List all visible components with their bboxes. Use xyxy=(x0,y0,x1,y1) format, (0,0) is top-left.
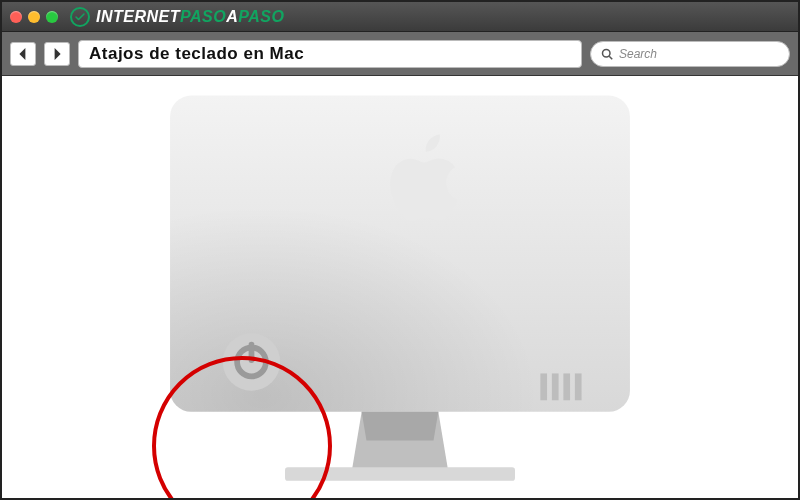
address-bar[interactable]: Atajos de teclado en Mac xyxy=(78,40,582,68)
minimize-icon[interactable] xyxy=(28,11,40,23)
stand-neck-shadow xyxy=(362,412,439,441)
window-titlebar: INTERNETPASOAPASO xyxy=(2,2,798,32)
power-button-icon xyxy=(223,333,280,390)
search-placeholder: Search xyxy=(619,47,657,61)
brand-part1: INTERNET xyxy=(96,8,180,25)
chevron-right-icon xyxy=(51,48,63,60)
brand-part2: PASO xyxy=(180,8,226,25)
search-input[interactable]: Search xyxy=(590,41,790,67)
site-logo: INTERNETPASOAPASO xyxy=(70,7,284,27)
back-button[interactable] xyxy=(10,42,36,66)
brand-part4: PASO xyxy=(238,8,284,25)
brand-text: INTERNETPASOAPASO xyxy=(96,8,284,26)
close-icon[interactable] xyxy=(10,11,22,23)
brand-part3: A xyxy=(226,8,238,25)
chevron-left-icon xyxy=(17,48,29,60)
svg-line-1 xyxy=(609,56,612,59)
imac-rear-illustration xyxy=(150,86,650,498)
svg-point-0 xyxy=(603,49,611,57)
logo-mark-icon xyxy=(70,7,90,27)
search-icon xyxy=(601,48,613,60)
stand-foot xyxy=(285,467,515,480)
page-content xyxy=(2,76,798,498)
maximize-icon[interactable] xyxy=(46,11,58,23)
browser-toolbar: Atajos de teclado en Mac Search xyxy=(2,32,798,76)
address-text: Atajos de teclado en Mac xyxy=(89,44,304,64)
forward-button[interactable] xyxy=(44,42,70,66)
